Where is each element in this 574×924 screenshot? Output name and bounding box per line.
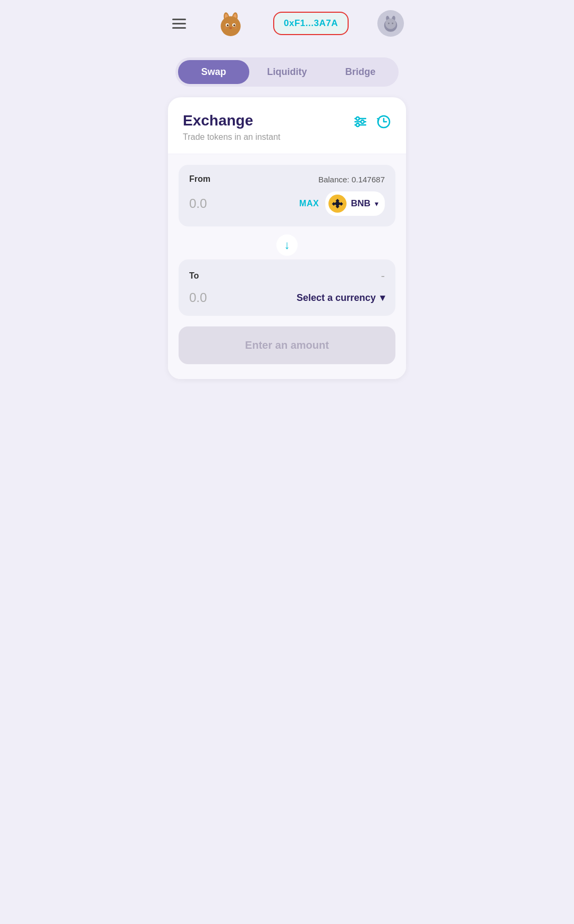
enter-amount-button[interactable]: Enter an amount (179, 326, 395, 364)
header: 0xF1...3A7A (159, 0, 415, 47)
currency-chevron-icon: ▾ (380, 292, 385, 304)
logo (217, 10, 244, 37)
svg-point-10 (224, 26, 227, 29)
exchange-subtitle: Trade tokens in an instant (183, 132, 281, 142)
svg-point-17 (392, 23, 393, 24)
max-button[interactable]: MAX (299, 199, 319, 208)
swap-arrow-container: ↓ (179, 233, 395, 257)
arrow-down-icon: ↓ (284, 238, 290, 252)
currency-selector[interactable]: Select a currency ▾ (297, 292, 385, 304)
svg-point-16 (388, 23, 390, 24)
avatar-icon (381, 14, 400, 33)
bnb-token-selector[interactable]: BNB ▾ (325, 191, 385, 216)
tab-liquidity[interactable]: Liquidity (251, 60, 323, 84)
from-controls: MAX BNB (299, 191, 385, 216)
svg-point-11 (234, 26, 237, 29)
exchange-title: Exchange (183, 112, 281, 129)
to-amount[interactable]: 0.0 (189, 290, 207, 305)
from-amount[interactable]: 0.0 (189, 196, 207, 211)
svg-point-4 (221, 16, 240, 36)
svg-point-8 (233, 24, 235, 27)
svg-point-9 (229, 27, 232, 29)
avatar[interactable] (377, 10, 404, 37)
card-header: Exchange Trade tokens in an instant (168, 97, 406, 154)
swap-direction-button[interactable]: ↓ (275, 233, 299, 257)
swap-form: From Balance: 0.147687 0.0 MAX (168, 154, 406, 379)
balance-display: Balance: 0.147687 (318, 175, 385, 184)
hamburger-menu[interactable] (170, 16, 188, 31)
tab-bridge[interactable]: Bridge (325, 60, 396, 84)
card-actions (353, 112, 391, 133)
history-icon[interactable] (376, 114, 391, 133)
from-token-box: From Balance: 0.147687 0.0 MAX (179, 165, 395, 226)
svg-point-22 (361, 120, 364, 123)
tab-swap[interactable]: Swap (178, 60, 249, 84)
bunny-logo-icon (217, 10, 244, 37)
select-currency-text: Select a currency (297, 292, 376, 304)
svg-point-7 (226, 24, 229, 27)
nav-tabs: Swap Liquidity Bridge (175, 57, 399, 87)
svg-point-15 (385, 19, 396, 29)
exchange-card: Exchange Trade tokens in an instant (168, 97, 406, 379)
balance-value: 0.147687 (351, 175, 385, 184)
svg-point-21 (356, 117, 359, 120)
bnb-icon (328, 195, 347, 213)
svg-point-23 (356, 123, 359, 127)
to-dash: - (381, 269, 385, 283)
bnb-chevron-icon: ▾ (375, 199, 378, 208)
from-label: From (189, 174, 210, 184)
wallet-address-button[interactable]: 0xF1...3A7A (273, 12, 349, 35)
bnb-token-name: BNB (351, 198, 370, 209)
settings-icon[interactable] (353, 114, 368, 133)
to-label: To (189, 271, 199, 281)
to-token-box: To - 0.0 Select a currency ▾ (179, 259, 395, 316)
